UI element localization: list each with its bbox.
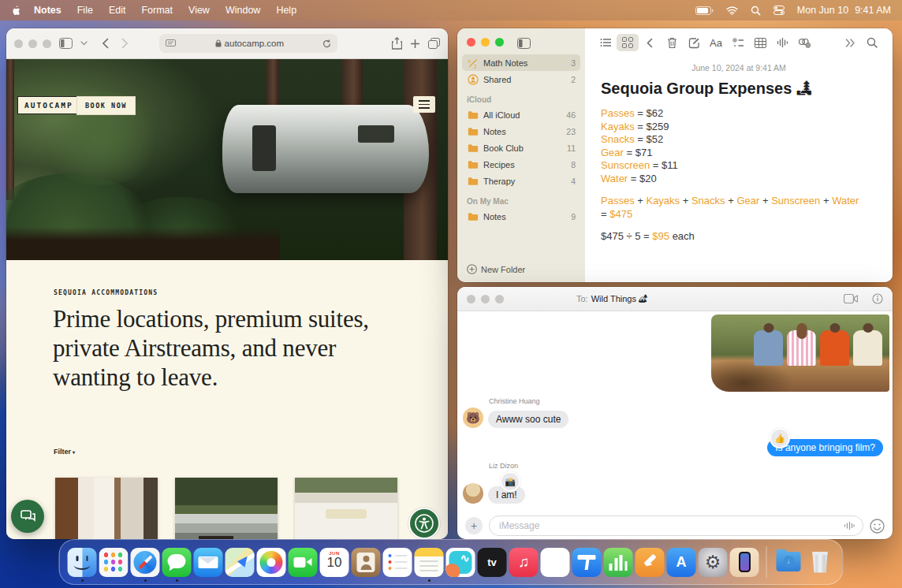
attach-plus-button[interactable]: + [465,517,483,534]
dock-news-icon[interactable] [541,548,570,577]
accommodation-card-suite[interactable] [295,478,397,539]
apple-menu-icon[interactable] [11,5,21,17]
sidebar-item-icloud-book-club[interactable]: Book Club 11 [462,140,580,156]
window-controls[interactable] [467,295,504,303]
sidebar-item-icloud-all-icloud[interactable]: All iCloud 46 [462,106,580,123]
back-icon[interactable] [102,38,109,49]
dock-pages-icon[interactable] [636,548,665,577]
checklist-icon[interactable] [727,34,749,51]
link-icon[interactable] [793,34,815,51]
emoji-picker-icon[interactable] [870,519,885,534]
table-icon[interactable] [749,34,771,51]
spotlight-icon[interactable] [751,6,761,16]
sidebar-item-on-my-mac-notes[interactable]: Notes 9 [462,208,580,225]
note-line[interactable]: Water = $20 [601,173,893,186]
dock-keynote-icon[interactable] [572,548,602,577]
note-line[interactable]: Kayaks = $259 [601,121,893,134]
list-view-icon[interactable] [594,34,617,51]
note-line[interactable]: Gear = $71 [601,147,893,160]
note-line[interactable]: Sunscreen = $11 [601,159,893,173]
sidebar-item-icloud-recipes[interactable]: Recipes 8 [462,156,580,173]
menu-file[interactable]: File [69,5,101,16]
note-line[interactable]: = $475 [601,208,893,221]
message-input-field[interactable] [489,515,863,536]
autocamp-logo[interactable]: AUTOCAMP [17,96,80,114]
hamburger-menu-icon[interactable] [413,96,435,113]
accommodation-card-interior[interactable] [55,478,158,539]
dock-finder-icon[interactable] [68,548,97,577]
battery-icon[interactable] [695,6,714,15]
sidebar-item-math-notes[interactable]: x2 Math Notes 3 [462,54,580,71]
note-title[interactable]: Sequoia Group Expenses 🏞 [601,80,893,98]
message-bubble[interactable]: Awww soo cute [488,411,568,428]
dock-contacts-icon[interactable] [352,548,381,577]
tab-overview-icon[interactable] [428,38,440,49]
dock-music-icon[interactable]: ♫ [509,548,539,577]
chat-name[interactable]: Wild Things 🏕 [591,294,647,303]
chat-widget-button[interactable] [11,500,44,533]
dock-trash-icon[interactable] [806,548,835,577]
forward-icon[interactable] [121,38,129,49]
dock-appletv-icon[interactable]: tv [478,548,507,577]
tapback-thumbs-up[interactable]: 👍 [770,428,790,448]
avatar[interactable] [463,483,483,504]
sidebar-item-shared[interactable]: Shared 2 [462,71,580,87]
format-text-button[interactable]: Aa [705,34,727,51]
filter-control[interactable]: Filter [54,448,75,456]
wifi-icon[interactable] [726,6,738,15]
new-note-icon[interactable] [683,34,705,51]
delete-note-icon[interactable] [661,34,683,51]
sidebar-toggle-icon[interactable] [517,38,531,49]
sidebar-item-icloud-notes[interactable]: Notes 23 [462,123,580,140]
gallery-view-icon[interactable] [617,34,639,51]
dock-photos-icon[interactable] [257,548,286,577]
new-tab-icon[interactable] [410,39,420,49]
new-folder-button[interactable]: New Folder [457,264,585,282]
dock-downloads-icon[interactable] [774,548,803,577]
address-bar[interactable]: autocamp.com [159,34,337,53]
note-line[interactable]: Snacks = $52 [601,133,893,147]
dock-safari-icon[interactable] [131,548,160,577]
dock-launchpad-icon[interactable] [99,548,129,577]
window-controls[interactable] [14,39,51,48]
chevron-down-icon[interactable] [80,41,88,46]
note-line[interactable]: Passes = $62 [601,107,893,121]
sidebar-item-icloud-therapy[interactable]: Therapy 4 [462,173,580,189]
accommodation-card-airstream[interactable] [175,478,278,539]
avatar[interactable]: 🐻 [463,408,483,428]
message-input[interactable] [498,519,844,532]
dock-reminders-icon[interactable] [383,548,412,577]
photo-attachment[interactable] [711,314,889,392]
sidebar-toggle-icon[interactable] [59,38,73,49]
menu-format[interactable]: Format [133,5,181,16]
video-call-icon[interactable] [844,294,858,303]
dock-calendar-icon[interactable]: JUN10 [320,548,349,577]
menu-edit[interactable]: Edit [101,5,134,16]
menu-help[interactable]: Help [268,5,304,16]
reload-icon[interactable] [322,39,331,48]
menu-view[interactable]: View [181,5,218,16]
audio-graph-icon[interactable] [771,34,793,51]
dock-facetime-icon[interactable] [289,548,318,577]
control-center-icon[interactable] [773,6,785,15]
back-icon[interactable] [639,34,661,51]
page-format-icon[interactable] [166,39,176,48]
accessibility-button[interactable] [408,508,440,539]
more-toolbar-icon[interactable] [839,34,861,51]
audio-message-icon[interactable] [844,521,855,530]
dock-appstore-icon[interactable]: A [667,548,696,577]
tapback-camera[interactable]: 📸 [500,471,520,492]
dock-maps-icon[interactable] [226,548,255,577]
note-body[interactable]: Passes = $62Kayaks = $259Snacks = $52Gea… [601,107,893,244]
dock-numbers-icon[interactable] [604,548,633,577]
note-line[interactable]: Passes + Kayaks + Snacks + Gear + Sunscr… [601,195,893,208]
menu-bar-clock[interactable]: Mon Jun 10 9:41 AM [797,5,891,16]
dock-iphone-icon[interactable] [730,548,759,577]
dock-freeform-icon[interactable] [446,548,475,577]
menu-window[interactable]: Window [218,5,268,16]
dock-notes-icon[interactable] [415,548,444,577]
dock-mail-icon[interactable] [194,548,223,577]
share-icon[interactable] [392,37,402,50]
info-icon[interactable] [872,293,883,304]
note-line[interactable]: $475 ÷ 5 = $95 each [601,230,893,244]
